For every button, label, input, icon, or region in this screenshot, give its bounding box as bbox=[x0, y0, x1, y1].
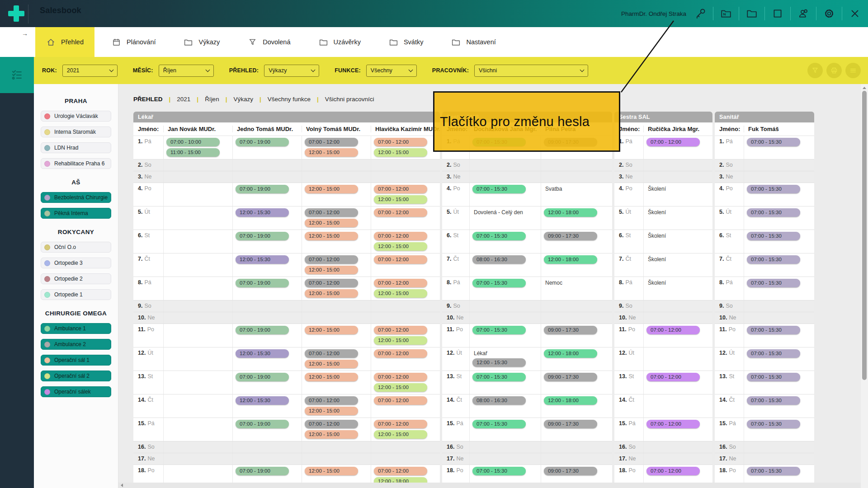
shift-cell[interactable]: 07:00 - 12:0012:00 - 15:00 bbox=[371, 183, 440, 206]
shift-cell[interactable]: 07:00 - 19:00 bbox=[232, 136, 302, 159]
shift-chip[interactable]: 07:00 - 15:30 bbox=[472, 279, 526, 287]
shift-cell[interactable] bbox=[744, 312, 814, 324]
shift-cell[interactable]: 07:00 - 15:30 bbox=[744, 206, 814, 230]
shift-chip[interactable]: 07:00 - 12:00 bbox=[646, 467, 700, 475]
shift-cell[interactable]: Dovolená - Celý den bbox=[469, 206, 541, 230]
shift-cell[interactable] bbox=[643, 441, 712, 453]
shift-cell[interactable]: 07:00 - 15:30 bbox=[469, 183, 541, 206]
shift-chip[interactable]: 07:00 - 15:30 bbox=[472, 373, 526, 381]
scroll-up-icon[interactable] bbox=[863, 87, 866, 89]
key-icon[interactable] bbox=[693, 7, 707, 20]
tab-nastaveni[interactable]: Nastavení bbox=[440, 27, 506, 57]
shift-cell[interactable]: 07:00 - 12:0012:00 - 15:00 bbox=[371, 230, 440, 253]
shift-cell[interactable]: 07:00 - 15:30 bbox=[469, 230, 541, 253]
shift-chip[interactable]: 07:00 - 19:00 bbox=[236, 373, 289, 381]
shift-cell[interactable]: 12:00 - 15:30 bbox=[232, 206, 302, 230]
shift-cell[interactable]: 08:00 - 16:30 bbox=[469, 394, 541, 418]
shift-cell[interactable] bbox=[371, 453, 440, 465]
shift-cell[interactable] bbox=[744, 160, 814, 171]
shift-cell[interactable] bbox=[163, 371, 232, 394]
shift-cell[interactable]: 07:00 - 12:0012:00 - 15:00 bbox=[371, 418, 440, 441]
shift-cell[interactable] bbox=[469, 171, 541, 183]
shift-cell[interactable] bbox=[302, 160, 371, 171]
shift-cell[interactable] bbox=[163, 171, 232, 183]
breadcrumb-item[interactable]: Výkazy bbox=[233, 96, 253, 103]
shift-cell[interactable] bbox=[541, 441, 612, 453]
shift-cell[interactable]: 07:00 - 12:00 bbox=[371, 253, 440, 277]
shift-cell[interactable] bbox=[232, 441, 302, 453]
shift-chip[interactable]: 09:00 - 17:30 bbox=[544, 420, 597, 428]
shift-cell[interactable]: 07:00 - 12:0012:00 - 15:00 bbox=[302, 418, 371, 441]
sidebar-toggle[interactable] bbox=[0, 57, 34, 93]
shift-cell[interactable] bbox=[469, 453, 541, 465]
shift-cell[interactable]: 07:00 - 12:00 bbox=[371, 347, 440, 371]
shift-chip[interactable]: 07:00 - 12:00 bbox=[374, 349, 427, 358]
shift-cell[interactable] bbox=[541, 171, 612, 183]
shift-cell[interactable]: 07:00 - 19:00 bbox=[232, 418, 302, 441]
shift-cell[interactable]: 07:00 - 10:0011:00 - 15:00 bbox=[163, 136, 232, 159]
shift-cell[interactable] bbox=[163, 253, 232, 277]
tab-prehled[interactable]: Přehled bbox=[35, 27, 94, 57]
shift-cell[interactable] bbox=[643, 160, 712, 171]
shift-chip[interactable]: 12:00 - 15:00 bbox=[305, 430, 358, 439]
shift-chip[interactable]: 07:00 - 15:30 bbox=[472, 420, 526, 428]
tab-uzaverky[interactable]: Uzávěrky bbox=[308, 27, 372, 57]
shift-chip[interactable]: 08:00 - 16:30 bbox=[472, 255, 526, 264]
shift-cell[interactable] bbox=[232, 300, 302, 312]
shift-cell[interactable] bbox=[541, 453, 612, 465]
sidebar-item[interactable]: Bezbolestná Chirurgie bbox=[41, 192, 111, 203]
shift-chip[interactable]: 12:00 - 15:00 bbox=[305, 373, 358, 381]
shift-chip[interactable]: 12:00 - 15:30 bbox=[472, 358, 526, 367]
shift-chip[interactable]: 07:00 - 12:00 bbox=[374, 396, 427, 405]
shift-chip[interactable]: 07:00 - 12:00 bbox=[374, 138, 427, 146]
shift-cell[interactable]: 07:00 - 15:30 bbox=[744, 347, 814, 371]
shift-chip[interactable]: 12:00 - 15:00 bbox=[305, 232, 358, 240]
shift-chip[interactable]: 12:00 - 15:30 bbox=[236, 349, 289, 358]
shift-chip[interactable]: 07:00 - 12:00 bbox=[646, 373, 700, 381]
shift-chip[interactable]: 12:00 - 15:30 bbox=[236, 208, 289, 217]
shift-cell[interactable]: 07:00 - 19:00 bbox=[232, 324, 302, 347]
shift-chip[interactable]: 12:00 - 15:00 bbox=[374, 242, 427, 251]
folder-note-icon[interactable]: N bbox=[719, 7, 733, 20]
shift-cell[interactable] bbox=[643, 453, 712, 465]
shift-chip[interactable]: 07:00 - 15:30 bbox=[747, 255, 800, 264]
shift-cell[interactable] bbox=[371, 441, 440, 453]
shift-cell[interactable]: 12:00 - 15:30 bbox=[232, 253, 302, 277]
user-search-icon[interactable] bbox=[797, 7, 810, 20]
shift-cell[interactable]: 07:00 - 15:30 bbox=[469, 418, 541, 441]
filter-pracovnik-select[interactable]: Všichni bbox=[474, 65, 588, 77]
shift-chip[interactable]: 12:00 - 15:00 bbox=[374, 195, 427, 204]
arrow-right-icon[interactable]: → bbox=[22, 30, 28, 37]
gear-icon[interactable] bbox=[822, 7, 836, 20]
sidebar-item[interactable]: Rehabilitace Praha 6 bbox=[41, 158, 111, 169]
shift-chip[interactable]: 07:00 - 19:00 bbox=[236, 185, 289, 193]
sidebar-item[interactable]: Ortopedie 3 bbox=[41, 258, 111, 268]
breadcrumb-item[interactable]: Všichni pracovníci bbox=[325, 96, 374, 103]
shift-cell[interactable]: 07:00 - 15:30 bbox=[744, 183, 814, 206]
shift-chip[interactable]: 07:00 - 12:00 bbox=[646, 138, 700, 146]
shift-cell[interactable] bbox=[163, 183, 232, 206]
shift-chip[interactable]: 09:00 - 17:30 bbox=[544, 232, 597, 240]
shift-cell[interactable] bbox=[232, 312, 302, 324]
shift-cell[interactable]: 07:00 - 15:30 bbox=[744, 418, 814, 441]
shift-cell[interactable] bbox=[163, 418, 232, 441]
shift-cell[interactable]: Školení bbox=[643, 206, 712, 230]
shift-cell[interactable]: 07:00 - 12:00 bbox=[643, 371, 712, 394]
shift-chip[interactable]: 12:00 - 15:00 bbox=[305, 185, 358, 193]
shift-cell[interactable] bbox=[302, 441, 371, 453]
shift-cell[interactable]: 07:00 - 12:00 bbox=[643, 324, 712, 347]
shift-cell[interactable] bbox=[163, 312, 232, 324]
shift-cell[interactable]: 07:00 - 12:00 bbox=[371, 206, 440, 230]
shift-cell[interactable]: 09:00 - 17:30 bbox=[541, 230, 612, 253]
shift-chip[interactable]: 07:00 - 10:00 bbox=[166, 138, 220, 146]
shift-chip[interactable]: 12:00 - 18:00 bbox=[544, 396, 597, 405]
shift-chip[interactable]: 07:00 - 19:00 bbox=[236, 138, 289, 146]
shift-cell[interactable] bbox=[744, 453, 814, 465]
shift-cell[interactable] bbox=[232, 453, 302, 465]
shift-cell[interactable] bbox=[302, 300, 371, 312]
shift-chip[interactable]: 12:00 - 18:00 bbox=[544, 255, 597, 264]
shift-cell[interactable] bbox=[643, 300, 712, 312]
shift-chip[interactable]: 12:00 - 15:00 bbox=[305, 360, 358, 368]
shift-chip[interactable]: 07:00 - 15:30 bbox=[472, 232, 526, 240]
shift-chip[interactable]: 12:00 - 15:00 bbox=[305, 148, 358, 157]
